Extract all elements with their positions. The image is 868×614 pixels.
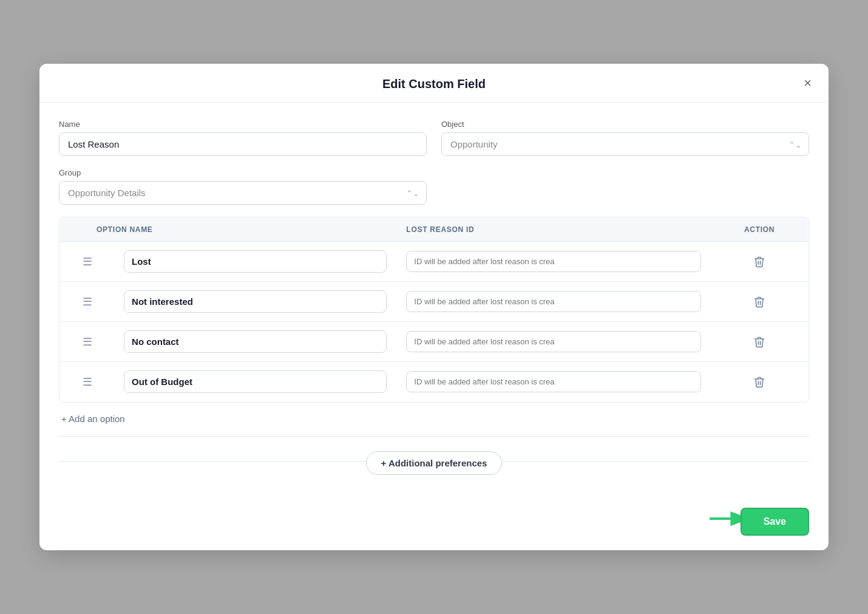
name-object-row: Name Object Opportunity ⌃⌄: [59, 120, 809, 156]
additional-preferences-area: + Additional preferences: [59, 437, 809, 485]
col-lost-reason-id: LOST REASON ID: [396, 218, 711, 242]
option-name-input[interactable]: [124, 370, 387, 393]
trash-icon: [753, 336, 765, 348]
additional-preferences-button[interactable]: + Additional preferences: [366, 451, 503, 475]
close-button[interactable]: ×: [801, 74, 814, 92]
delete-option-button[interactable]: [750, 332, 769, 352]
table-header: OPTION NAME LOST REASON ID ACTION: [60, 218, 809, 242]
lost-reason-id-cell: [396, 242, 711, 282]
add-option-button[interactable]: + Add an option: [59, 405, 127, 430]
drag-handle[interactable]: ☰: [60, 282, 115, 322]
drag-handle[interactable]: ☰: [60, 322, 115, 362]
action-cell: [711, 242, 808, 282]
drag-handle[interactable]: ☰: [60, 242, 115, 282]
lost-reason-id-input: [406, 371, 701, 392]
lost-reason-id-cell: [396, 322, 711, 362]
group-select-wrapper: Opportunity Details ⌃⌄: [59, 181, 427, 205]
group-row: Group Opportunity Details ⌃⌄: [59, 168, 809, 205]
options-table: OPTION NAME LOST REASON ID ACTION ☰ ☰ ☰ …: [59, 217, 809, 402]
group-field-group: Group Opportunity Details ⌃⌄: [59, 168, 427, 205]
delete-option-button[interactable]: [750, 251, 769, 271]
modal-header: Edit Custom Field ×: [39, 64, 829, 103]
object-label: Object: [441, 120, 809, 129]
options-table-section: OPTION NAME LOST REASON ID ACTION ☰ ☰ ☰ …: [59, 217, 809, 403]
name-field-group: Name: [59, 120, 427, 156]
lost-reason-id-input: [406, 331, 701, 352]
trash-icon: [753, 376, 765, 388]
group-label: Group: [59, 168, 427, 177]
lost-reason-id-cell: [396, 362, 711, 402]
edit-custom-field-modal: Edit Custom Field × Name Object Opportun…: [39, 64, 829, 550]
table-row: ☰: [60, 362, 809, 402]
action-cell: [711, 362, 808, 402]
option-name-cell: [114, 282, 396, 322]
lost-reason-id-input: [406, 291, 701, 312]
modal-body: Name Object Opportunity ⌃⌄ Group: [39, 103, 829, 499]
lost-reason-id-input: [406, 251, 701, 272]
save-button[interactable]: Save: [741, 508, 809, 536]
object-select[interactable]: Opportunity: [441, 132, 809, 156]
option-name-input[interactable]: [124, 290, 387, 313]
trash-icon: [753, 296, 765, 308]
option-name-input[interactable]: [124, 250, 387, 273]
drag-icon: ☰: [83, 336, 92, 348]
drag-icon: ☰: [83, 296, 92, 308]
name-input[interactable]: [59, 132, 427, 156]
modal-title: Edit Custom Field: [382, 77, 486, 91]
delete-option-button[interactable]: [750, 292, 769, 312]
drag-handle[interactable]: ☰: [60, 362, 115, 402]
trash-icon: [753, 256, 765, 268]
option-name-cell: [114, 362, 396, 402]
drag-icon: ☰: [83, 376, 92, 388]
delete-option-button[interactable]: [750, 372, 769, 392]
table-row: ☰: [60, 322, 809, 362]
col-action: ACTION: [711, 218, 808, 242]
object-select-wrapper: Opportunity ⌃⌄: [441, 132, 809, 156]
object-field-group: Object Opportunity ⌃⌄: [441, 120, 809, 156]
col-option-name: OPTION NAME: [60, 218, 397, 242]
group-select[interactable]: Opportunity Details: [59, 181, 427, 205]
option-name-cell: [114, 322, 396, 362]
modal-footer: Save: [39, 499, 829, 550]
option-name-cell: [114, 242, 396, 282]
action-cell: [711, 322, 808, 362]
option-name-input[interactable]: [124, 330, 387, 353]
action-cell: [711, 282, 808, 322]
lost-reason-id-cell: [396, 282, 711, 322]
table-row: ☰: [60, 242, 809, 282]
name-label: Name: [59, 120, 427, 129]
table-body: ☰ ☰ ☰ ☰: [60, 242, 809, 402]
modal-overlay: Edit Custom Field × Name Object Opportun…: [0, 0, 868, 614]
drag-icon: ☰: [83, 256, 92, 268]
table-row: ☰: [60, 282, 809, 322]
